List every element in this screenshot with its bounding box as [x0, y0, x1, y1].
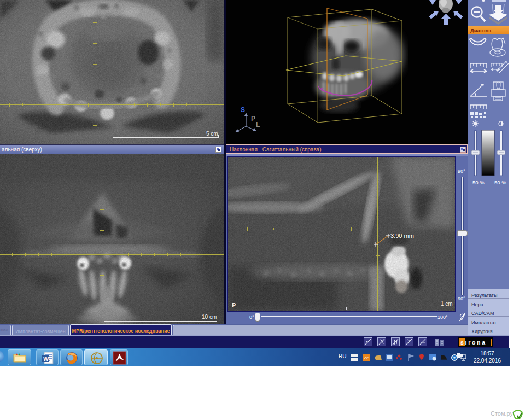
svg-text:22: 22: [364, 355, 369, 360]
svg-text:3.90 mm: 3.90 mm: [390, 232, 414, 239]
svg-text:5 cm: 5 cm: [206, 131, 218, 137]
svg-text:P: P: [232, 302, 236, 308]
svg-text:1 cm: 1 cm: [441, 301, 453, 307]
svg-text:10 cm: 10 cm: [202, 314, 217, 320]
svg-text:P: P: [251, 115, 255, 122]
svg-text:S: S: [241, 106, 245, 114]
svg-text:L: L: [256, 121, 260, 129]
svg-text:50 %: 50 %: [494, 179, 506, 185]
svg-text:W: W: [43, 355, 49, 362]
svg-text:50 %: 50 %: [472, 179, 485, 185]
